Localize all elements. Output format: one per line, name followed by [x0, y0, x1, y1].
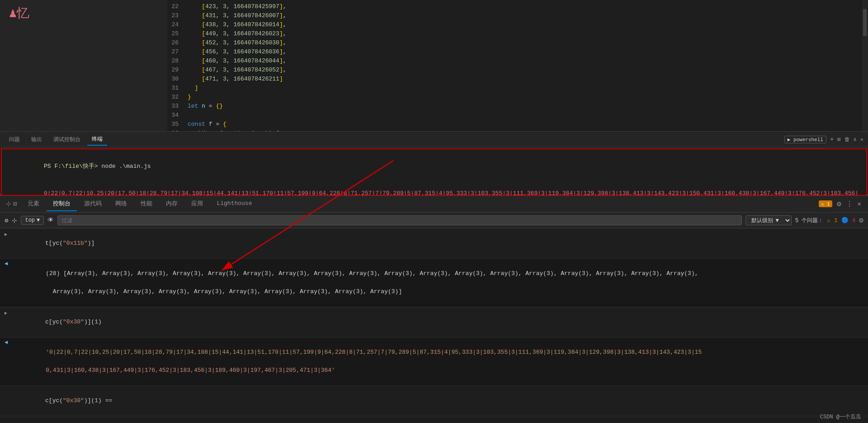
terminal-controls: ▶ powershell + ⊞ 🗑 ∧ ✕: [784, 136, 863, 143]
code-line: 25 [449, 3, 1664078426023],: [167, 29, 862, 38]
console-output[interactable]: ▶ t[yc("0x11b")] ◀ (28) [Array(3), Array…: [0, 228, 868, 423]
code-line: 33 let n = {}: [167, 102, 862, 111]
code-line: 34: [167, 111, 862, 120]
top-section: ♟忆 22 [423, 3, 1664078425997], 23 [431, …: [0, 0, 868, 195]
tab-debug-console[interactable]: 调试控制台: [49, 134, 85, 145]
tab-console[interactable]: 控制台: [47, 197, 77, 211]
split-terminal-icon[interactable]: ⊞: [837, 136, 840, 143]
code-line: 27 [456, 3, 1664078426036],: [167, 48, 862, 57]
editor-scrollbar[interactable]: [862, 0, 868, 131]
tab-terminal[interactable]: 终端: [87, 133, 107, 146]
console-entry-text-2: c[yc("0x30")](1): [10, 309, 863, 336]
log-level-select[interactable]: 默认级别 ▼: [745, 215, 792, 225]
console-settings-icon[interactable]: ⚙: [859, 216, 863, 225]
error-count: 🔵 4: [841, 217, 856, 224]
device-icon[interactable]: ⊡: [13, 200, 17, 208]
code-line: 24 [438, 3, 1664078426014],: [167, 20, 862, 29]
devtools-settings-icon[interactable]: ⚙: [837, 200, 841, 209]
expand-arrow-2: ▶: [5, 310, 7, 316]
console-entry-continuation: ▶ '0|22|0,7|22|10,25|20|17,50|18|28,79|1…: [0, 416, 868, 423]
terminal-panel: 问题 输出 调试控制台 终端 ▶ powershell + ⊞ 🗑 ∧ ✕ PS…: [0, 131, 868, 195]
clear-console-icon[interactable]: ⊘: [5, 217, 8, 224]
code-lines: 22 [423, 3, 1664078425997], 23 [431, 3, …: [167, 0, 862, 131]
top-label: top: [25, 217, 35, 223]
code-line: 26 [452, 3, 1664078426030],: [167, 38, 862, 48]
issues-label: 5 个问题：: [795, 217, 823, 224]
console-toolbar: ⊘ ⊹ top ▼ 👁 默认级别 ▼ 5 个问题： ⚠ 1 🔵 4 ⚙: [0, 213, 868, 228]
tab-performance[interactable]: 性能: [134, 197, 159, 211]
tab-sources[interactable]: 源代码: [78, 197, 108, 211]
warning-badge: ⚠ 1: [819, 200, 832, 207]
console-output-text-2: '0|22|0,7|22|10,25|20|17,50|18|28,79|17|…: [10, 339, 863, 384]
tab-application[interactable]: 应用: [185, 197, 209, 211]
eye-icon[interactable]: 👁: [47, 217, 54, 224]
devtools-nav-icons[interactable]: ⊹ ⊡: [2, 200, 20, 208]
code-line: 23 [431, 3, 1664078426007],: [167, 11, 862, 20]
code-editor[interactable]: 22 [423, 3, 1664078425997], 23 [431, 3, …: [167, 0, 862, 131]
console-entry-input-1[interactable]: ▶ t[yc("0x11b")]: [0, 228, 868, 259]
tab-lighthouse[interactable]: Lighthouse: [210, 197, 258, 210]
left-arrow-icon-2: ◀: [5, 339, 8, 346]
close-terminal-icon[interactable]: ✕: [860, 136, 863, 143]
console-continuation-text: '0|22|0,7|22|10,25|20|17,50|18|28,79|17|…: [10, 418, 863, 423]
expand-arrow: ▶: [5, 232, 7, 237]
code-line: 35 const f = {: [167, 120, 862, 129]
devtools-panel: ⊹ ⊡ 元素 控制台 源代码 网络 性能 内存 应用 Lighthouse ⚠ …: [0, 195, 868, 423]
trash-icon[interactable]: 🗑: [844, 136, 850, 143]
code-line: 29 [467, 3, 1664078426052],: [167, 66, 862, 75]
top-dropdown-icon: ▼: [37, 217, 40, 223]
terminal-content[interactable]: PS F:\file\快手> node .\main.js 0|22|0,7|2…: [1, 148, 867, 196]
devtools-right-controls: ⚠ 1 ⚙ ⋮ ✕: [819, 200, 866, 209]
left-sidebar: ♟忆: [0, 0, 167, 131]
shell-label: ▶ powershell: [784, 136, 826, 143]
code-line: 32 }: [167, 93, 862, 102]
console-entry-input-2[interactable]: ▶ c[yc("0x30")](1): [0, 307, 868, 337]
console-entry-output-1[interactable]: ◀ (28) [Array(3), Array(3), Array(3), Ar…: [0, 259, 868, 307]
tab-network[interactable]: 网络: [109, 197, 133, 211]
console-entry-text-3: c[yc("0x30")](1) ==: [10, 387, 863, 414]
chevron-up-icon[interactable]: ∧: [854, 136, 857, 143]
terminal-output-line1: 0|22|0,7|22|10,25|20|17,50|18|28,79|17|3…: [9, 180, 859, 196]
tab-problems[interactable]: 问题: [5, 134, 24, 145]
code-line: 28 [460, 3, 1664078426044],: [167, 57, 862, 66]
code-line: 30 [471, 3, 1664078426211]: [167, 75, 862, 84]
console-entry-output-2[interactable]: ◀ '0|22|0,7|22|10,25|20|17,50|18|28,79|1…: [0, 337, 868, 386]
top-context-selector[interactable]: top ▼: [21, 216, 44, 225]
cursor-filter-icon[interactable]: ⊹: [12, 217, 17, 224]
console-output-text: (28) [Array(3), Array(3), Array(3), Arra…: [10, 260, 863, 305]
console-filter-input[interactable]: [57, 215, 742, 225]
tab-elements[interactable]: 元素: [21, 197, 46, 211]
brand-icon: ♟忆: [9, 5, 29, 22]
devtools-tabs: ⊹ ⊡ 元素 控制台 源代码 网络 性能 内存 应用 Lighthouse ⚠ …: [0, 195, 868, 213]
scrollbar-thumb: [863, 9, 867, 36]
main-layout: ♟忆 22 [423, 3, 1664078425997], 23 [431, …: [0, 0, 868, 423]
attribution: CSDN @一个瓜瓜: [813, 411, 868, 423]
tab-output[interactable]: 输出: [27, 134, 47, 145]
attribution-text: CSDN @一个瓜瓜: [820, 414, 861, 420]
terminal-prompt-line: PS F:\file\快手> node .\main.js: [9, 153, 859, 180]
tab-memory[interactable]: 内存: [160, 197, 184, 211]
devtools-close-icon[interactable]: ✕: [858, 200, 861, 208]
left-arrow-icon: ◀: [5, 260, 8, 267]
cursor-icon[interactable]: ⊹: [6, 200, 11, 208]
console-entry-text: t[yc("0x11b")]: [10, 230, 863, 257]
terminal-tabs: 问题 输出 调试控制台 终端 ▶ powershell + ⊞ 🗑 ∧ ✕: [0, 132, 868, 147]
add-terminal-icon[interactable]: +: [830, 136, 834, 143]
warning-count: ⚠ 1: [827, 217, 837, 224]
code-line: 31 ]: [167, 84, 862, 93]
devtools-more-icon[interactable]: ⋮: [846, 200, 853, 209]
console-entry-input-3[interactable]: ▶ c[yc("0x30")](1) ==: [0, 386, 868, 416]
code-line: 22 [423, 3, 1664078425997],: [167, 2, 862, 11]
editor-area: ♟忆 22 [423, 3, 1664078425997], 23 [431, …: [0, 0, 868, 131]
